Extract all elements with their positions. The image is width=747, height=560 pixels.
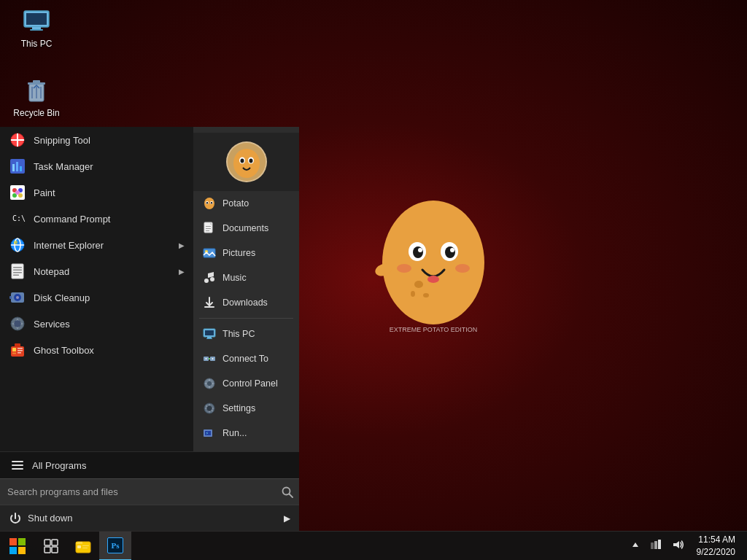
services-icon	[9, 315, 26, 332]
tray-chevron[interactable]	[628, 539, 643, 553]
right-menu-item-this-pc[interactable]: This PC	[193, 322, 299, 346]
menu-item-disk-cleanup[interactable]: Disk Cleanup	[0, 284, 193, 311]
settings-icon	[202, 401, 217, 416]
svg-rect-74	[12, 353, 16, 354]
menu-item-notepad[interactable]: Notepad ▶	[0, 258, 193, 284]
clock-time: 11:54 AM	[697, 534, 735, 546]
recycle-bin-label: Recycle Bin	[13, 108, 59, 118]
svg-text:C:\: C:\	[12, 214, 26, 222]
downloads-icon	[202, 295, 217, 310]
svg-point-97	[204, 279, 209, 283]
right-menu-item-settings[interactable]: Settings	[193, 396, 299, 421]
menu-item-command-prompt[interactable]: C:\ Command Prompt	[0, 206, 193, 232]
notepad-arrow: ▶	[179, 268, 185, 276]
menu-item-ghost-toolbox[interactable]: Ghost Toolbox	[0, 337, 193, 363]
search-input[interactable]	[0, 479, 276, 505]
user-avatar-section	[193, 133, 299, 191]
svg-rect-73	[12, 348, 16, 351]
file-explorer-button[interactable]	[67, 532, 99, 561]
potato-label: Potato	[222, 198, 249, 209]
svg-point-27	[414, 281, 423, 288]
svg-text:⚡: ⚡	[206, 430, 209, 435]
svg-rect-6	[33, 80, 40, 83]
menu-item-paint[interactable]: Paint	[0, 179, 193, 206]
right-menu-item-control-panel[interactable]: Control Panel	[193, 371, 299, 396]
right-menu-item-connect-to[interactable]: Connect To	[193, 346, 299, 371]
ghost-toolbox-label: Ghost Toolbox	[34, 345, 94, 356]
svg-point-108	[212, 358, 214, 359]
svg-rect-132	[82, 545, 89, 546]
svg-point-68	[16, 296, 19, 299]
svg-rect-63	[13, 270, 22, 271]
control-panel-label: Control Panel	[222, 378, 278, 389]
svg-rect-136	[654, 541, 657, 549]
svg-rect-131	[77, 545, 81, 548]
menu-item-snipping-tool[interactable]: Snipping Tool	[0, 127, 193, 153]
command-prompt-icon: C:\	[9, 210, 26, 228]
control-panel-icon	[202, 376, 217, 391]
start-button[interactable]	[0, 532, 35, 561]
connect-to-icon	[202, 351, 217, 366]
search-button[interactable]	[276, 481, 299, 504]
right-menu-item-run[interactable]: ⚡ Run...	[193, 421, 299, 446]
svg-text:e: e	[14, 238, 18, 246]
right-menu-item-documents[interactable]: Documents	[193, 216, 299, 241]
svg-rect-62	[13, 267, 22, 268]
tray-volume-icon[interactable]	[669, 537, 686, 554]
settings-label: Settings	[222, 403, 255, 413]
svg-rect-124	[18, 547, 26, 554]
paint-icon	[9, 184, 26, 201]
disk-cleanup-label: Disk Cleanup	[34, 292, 90, 303]
menu-item-services[interactable]: Services	[0, 311, 193, 337]
right-menu-item-downloads[interactable]: Downloads	[193, 290, 299, 315]
menu-item-internet-explorer[interactable]: e Internet Explorer ▶	[0, 232, 193, 258]
svg-rect-3	[30, 29, 43, 31]
start-menu-right: Potato Documents	[193, 127, 299, 451]
right-menu-item-music[interactable]: Music	[193, 265, 299, 290]
right-menu-item-pictures[interactable]: Pictures	[193, 241, 299, 265]
tray-network-icon[interactable]	[647, 537, 665, 554]
downloads-label: Downloads	[222, 298, 268, 308]
run-icon: ⚡	[202, 426, 217, 440]
this-pc-menu-icon	[202, 327, 217, 341]
svg-point-37	[455, 264, 470, 273]
svg-rect-93	[206, 228, 211, 229]
svg-marker-134	[632, 542, 638, 547]
svg-point-112	[207, 406, 212, 411]
svg-rect-75	[18, 348, 23, 349]
svg-rect-47	[16, 162, 18, 171]
desktop-icon-this-pc[interactable]: This PC	[7, 4, 66, 52]
svg-point-98	[210, 277, 214, 281]
svg-rect-122	[18, 538, 26, 545]
ghost-toolbox-icon	[9, 341, 26, 359]
snipping-tool-icon	[9, 131, 26, 149]
svg-point-71	[14, 320, 21, 327]
services-label: Services	[34, 319, 70, 330]
svg-point-31	[413, 246, 423, 258]
svg-rect-118	[12, 468, 23, 470]
task-view-button[interactable]	[35, 532, 67, 561]
task-manager-label: Task Manager	[34, 161, 93, 172]
music-icon	[202, 271, 217, 285]
connect-to-label: Connect To	[222, 354, 268, 364]
shutdown-icon	[9, 512, 22, 525]
svg-point-82	[240, 159, 244, 163]
svg-rect-92	[206, 226, 211, 227]
svg-rect-65	[13, 275, 19, 276]
svg-rect-102	[207, 337, 212, 338]
menu-item-task-manager[interactable]: Task Manager	[0, 153, 193, 179]
all-programs-row[interactable]: All Programs	[0, 452, 299, 478]
shutdown-row[interactable]: Shut down ▶	[0, 505, 299, 531]
svg-point-28	[423, 293, 429, 298]
svg-point-26	[382, 201, 484, 324]
desktop-icon-recycle-bin[interactable]: Recycle Bin	[7, 73, 66, 121]
svg-text:EXTREME POTATO EDITION: EXTREME POTATO EDITION	[390, 326, 478, 333]
internet-explorer-label: Internet Explorer	[34, 240, 104, 251]
all-programs-label: All Programs	[32, 460, 86, 471]
photoshop-button[interactable]: Ps	[99, 532, 131, 561]
svg-point-89	[211, 202, 212, 203]
right-menu-item-potato[interactable]: Potato	[193, 191, 299, 216]
system-clock[interactable]: 11:54 AM 9/22/2020	[691, 534, 741, 559]
start-menu-left: Snipping Tool Task Manager	[0, 127, 193, 451]
user-avatar[interactable]	[226, 141, 267, 182]
